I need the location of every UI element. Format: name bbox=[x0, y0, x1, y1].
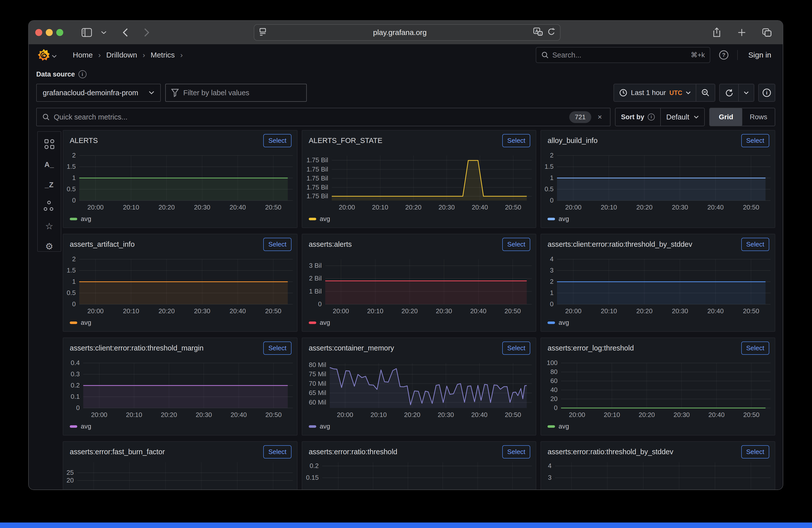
legend[interactable]: avg bbox=[309, 319, 330, 326]
breadcrumb-home[interactable]: Home bbox=[73, 51, 93, 59]
grafana-logo-icon[interactable] bbox=[38, 49, 50, 61]
x-axis-label: 20:50 bbox=[258, 307, 288, 315]
bottom-strip bbox=[0, 523, 812, 528]
y-axis-label: 1.75 Bil bbox=[302, 165, 328, 173]
breadcrumb-drilldown[interactable]: Drilldown bbox=[106, 51, 137, 59]
x-axis-label: 20:40 bbox=[223, 204, 253, 211]
label-filter-field[interactable] bbox=[183, 89, 301, 97]
legend[interactable]: avg bbox=[548, 215, 569, 223]
browser-toolbar: play.grafana.org A x bbox=[29, 21, 783, 44]
x-axis-label: 20:50 bbox=[258, 204, 288, 211]
view-rows-tab[interactable]: Rows bbox=[742, 108, 775, 126]
label-filter-input[interactable] bbox=[165, 84, 307, 102]
y-axis-label: 1.75 Bil bbox=[302, 192, 328, 200]
y-axis-label: 20 bbox=[541, 395, 557, 403]
info-button[interactable]: i bbox=[758, 84, 775, 102]
quick-search-input[interactable]: 721 × bbox=[36, 108, 610, 126]
legend[interactable]: avg bbox=[548, 423, 569, 430]
metric-chart: 00.511.5220:0020:1020:2020:3020:4020:50a… bbox=[63, 131, 297, 228]
new-tab-icon[interactable] bbox=[735, 26, 749, 40]
x-axis-label: 20:00 bbox=[332, 204, 362, 211]
minimize-window-button[interactable] bbox=[46, 29, 53, 36]
zoom-window-button[interactable] bbox=[56, 29, 63, 36]
x-axis-label: 20:40 bbox=[463, 307, 493, 315]
result-count-badge: 721 bbox=[569, 111, 591, 123]
view-toggle: Grid Rows bbox=[709, 108, 775, 126]
time-range-value: Last 1 hour bbox=[631, 89, 666, 97]
legend[interactable]: avg bbox=[70, 319, 91, 326]
sort-dropdown[interactable]: Default bbox=[661, 108, 704, 126]
metric-panel: asserts:alerts Select 01 Bil2 Bil3 Bil20… bbox=[302, 234, 536, 332]
x-axis-label: 20:20 bbox=[397, 411, 427, 419]
clear-search-icon[interactable]: × bbox=[595, 113, 605, 121]
metric-chart: 0.20.15 bbox=[302, 442, 536, 490]
sidebar-overview-button[interactable] bbox=[44, 139, 55, 149]
sidebar-related-button[interactable] bbox=[44, 201, 55, 211]
close-window-button[interactable] bbox=[35, 29, 42, 36]
search-icon bbox=[42, 113, 50, 121]
url-text[interactable]: play.grafana.org bbox=[267, 28, 533, 37]
quick-search-field[interactable] bbox=[54, 113, 565, 121]
metric-chart: 00.511.5220:0020:1020:2020:3020:4020:50a… bbox=[63, 234, 297, 331]
browser-window: play.grafana.org A x bbox=[28, 20, 783, 490]
sidebar-favorites-button[interactable]: ☆ bbox=[44, 222, 55, 231]
y-axis-label: 0 bbox=[63, 196, 76, 204]
back-button[interactable] bbox=[118, 26, 132, 40]
y-axis-label: 70 Mil bbox=[302, 380, 326, 387]
legend[interactable]: avg bbox=[70, 215, 91, 223]
y-axis-label: 75 Mil bbox=[302, 370, 326, 378]
legend[interactable]: avg bbox=[309, 423, 330, 430]
y-axis-label: 0.5 bbox=[63, 289, 76, 297]
forward-button[interactable] bbox=[140, 26, 154, 40]
sort-info-icon[interactable]: i bbox=[648, 114, 655, 120]
time-range-picker[interactable]: Last 1 hour UTC bbox=[614, 84, 696, 101]
tab-overview-icon[interactable] bbox=[760, 26, 774, 40]
refresh-interval-dropdown[interactable] bbox=[738, 84, 754, 101]
x-axis-label: 20:00 bbox=[562, 411, 592, 419]
x-axis-label: 20:40 bbox=[223, 307, 253, 315]
reader-mode-icon[interactable] bbox=[259, 28, 267, 38]
datasource-select[interactable]: grafanacloud-demoinfra-prom bbox=[36, 84, 161, 102]
zoom-out-button[interactable] bbox=[696, 84, 715, 101]
sidebar-chevron-icon[interactable] bbox=[97, 26, 111, 40]
metric-panel: asserts:error_log:threshold Select 02040… bbox=[540, 337, 775, 436]
info-icon[interactable]: i bbox=[78, 70, 87, 78]
metric-panel: asserts:error:fast_burn_factor Select 25… bbox=[63, 441, 298, 490]
sidebar-settings-button[interactable]: ⚙ bbox=[44, 242, 55, 251]
breadcrumb-separator: › bbox=[143, 51, 145, 59]
sidebar-sort-az-button[interactable]: A_ bbox=[44, 160, 55, 169]
legend-label: avg bbox=[559, 319, 569, 326]
share-icon[interactable] bbox=[710, 26, 724, 40]
legend[interactable]: avg bbox=[309, 215, 330, 223]
sidebar-sort-za-button[interactable]: _Z bbox=[44, 180, 55, 190]
y-axis-label: 2 bbox=[541, 151, 553, 159]
translate-icon[interactable]: A x bbox=[533, 27, 543, 38]
view-grid-tab[interactable]: Grid bbox=[710, 108, 742, 126]
y-axis-label: 3 bbox=[541, 266, 553, 274]
chevron-down-icon bbox=[686, 91, 691, 94]
related-dots-icon bbox=[44, 201, 55, 211]
y-axis-label: 3 Bil bbox=[302, 262, 322, 269]
metric-chart: 0123420:0020:1020:2020:3020:4020:50avg bbox=[541, 234, 775, 331]
breadcrumb-metrics[interactable]: Metrics bbox=[150, 51, 175, 59]
x-axis-label: 20:30 bbox=[187, 204, 217, 211]
x-axis-label: 20:50 bbox=[736, 204, 766, 211]
breadcrumb-separator: › bbox=[180, 51, 183, 59]
refresh-button[interactable] bbox=[720, 84, 738, 101]
sidebar-toggle-icon[interactable] bbox=[80, 26, 94, 40]
x-axis-label: 20:10 bbox=[363, 411, 393, 419]
legend[interactable]: avg bbox=[70, 423, 91, 430]
org-switcher-chevron-icon[interactable] bbox=[52, 55, 57, 59]
y-axis-label: 60 Mil bbox=[302, 398, 326, 406]
global-search-input[interactable]: ⌘+k bbox=[536, 47, 710, 63]
legend[interactable]: avg bbox=[548, 319, 569, 326]
y-axis-label: 0.5 bbox=[541, 185, 553, 193]
metric-chart: 01 Bil2 Bil3 Bil20:0020:1020:2020:3020:4… bbox=[302, 234, 536, 331]
datasource-label: Data source bbox=[36, 71, 75, 78]
address-bar[interactable]: play.grafana.org A x bbox=[254, 24, 561, 41]
help-icon[interactable]: ? bbox=[717, 48, 731, 62]
global-search-field[interactable] bbox=[552, 51, 687, 59]
time-range-group: Last 1 hour UTC bbox=[613, 84, 715, 102]
reload-icon[interactable] bbox=[547, 28, 555, 38]
sign-in-button[interactable]: Sign in bbox=[744, 51, 775, 59]
